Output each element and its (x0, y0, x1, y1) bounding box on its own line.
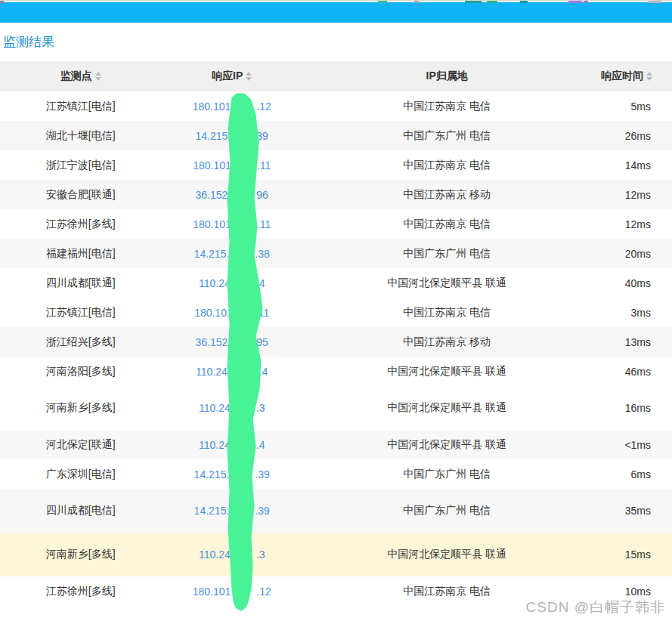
ip-link[interactable]: 36.152.95 (196, 336, 268, 348)
column-header-location: IP归属地 (302, 61, 591, 91)
table-row: 江苏徐州[多线]180.101.12中国江苏南京 电信10ms (0, 576, 672, 606)
ip-link[interactable]: 14.215..39 (194, 468, 270, 480)
response-time-cell: 12ms (591, 209, 672, 239)
monitor-node-cell: 河北保定[联通] (0, 430, 161, 459)
edge-fragment (414, 1, 419, 3)
ip-link[interactable]: 180.101.11 (193, 159, 271, 171)
ip-suffix: .4 (256, 439, 265, 451)
column-header-node[interactable]: 监测点 (0, 61, 161, 91)
monitor-node-cell: 江苏镇江[电信] (0, 298, 161, 327)
response-time-cell: 12ms (591, 180, 672, 209)
sort-icon[interactable] (646, 72, 652, 81)
response-time-cell: 16ms (591, 386, 672, 430)
ip-suffix: 39 (256, 130, 268, 142)
table-row: 浙江宁波[电信]180.101.11中国江苏南京 电信14ms (0, 150, 672, 180)
ip-location-cell: 中国江苏南京 移动 (302, 327, 591, 357)
table-row: 四川成都[电信]14.215..39中国广东广州 电信35ms (0, 489, 672, 533)
ip-location-cell: 中国广东广州 电信 (302, 459, 591, 489)
ip-prefix: 36.152. (196, 336, 231, 348)
monitor-node-cell: 四川成都[联通] (0, 268, 161, 298)
response-ip-cell: 180.101.12 (161, 91, 302, 121)
edge-fragment (465, 1, 482, 3)
response-time-cell: 6ms (591, 459, 672, 489)
ip-link[interactable]: 14.215.39 (196, 130, 268, 142)
ip-suffix: .39 (255, 468, 269, 480)
monitor-node-cell: 江苏镇江[电信] (0, 91, 161, 121)
ip-prefix: 110.24 (199, 402, 231, 414)
ip-prefix: 14.215. (194, 505, 230, 517)
ip-suffix: .11 (257, 218, 271, 230)
table-row: 河南新乡[多线]110.24.3中国河北保定顺平县 联通16ms (0, 386, 672, 430)
table-row: 河南洛阳[多线]110.242.4中国河北保定顺平县 联通46ms (0, 357, 672, 386)
ip-prefix: 14.215. (194, 248, 230, 260)
response-ip-cell: 110.24.4 (161, 430, 302, 459)
ip-link[interactable]: 110.24.3 (199, 548, 265, 561)
ip-link[interactable]: 180.101.11 (193, 218, 271, 230)
ip-prefix: 180.101 (193, 100, 231, 113)
monitor-node-cell: 安徽合肥[联通] (0, 180, 161, 209)
ip-link[interactable]: 180.10111 (194, 307, 269, 319)
response-time-cell: 10ms (591, 576, 672, 606)
ip-suffix: .12 (256, 100, 271, 113)
monitor-node-cell: 福建福州[电信] (0, 239, 161, 268)
ip-link[interactable]: 180.101.12 (193, 100, 271, 113)
monitor-node-cell: 河南洛阳[多线] (0, 357, 161, 386)
ip-suffix: 95 (256, 336, 268, 348)
column-header-time[interactable]: 响应时间 (591, 61, 672, 91)
ip-location-cell: 中国广东广州 电信 (302, 239, 591, 268)
ip-location-cell: 中国江苏南京 移动 (302, 180, 591, 209)
column-header-label: 响应时间 (601, 70, 643, 82)
ip-link[interactable]: 36.152.96 (196, 189, 268, 201)
response-ip-cell: 180.101.11 (161, 150, 302, 180)
edge-fragment (487, 1, 497, 3)
ip-prefix: 110.242 (196, 366, 234, 378)
monitor-node-cell: 河南新乡[多线] (0, 533, 161, 576)
response-ip-cell: 110.24.3 (161, 533, 302, 576)
monitor-node-cell: 四川成都[电信] (0, 489, 161, 533)
ip-suffix: 11 (259, 307, 270, 319)
response-ip-cell: 14.215..39 (161, 489, 302, 533)
ip-link[interactable]: 14.215..38 (194, 248, 270, 260)
ip-link[interactable]: 180.101.12 (193, 585, 271, 598)
ip-suffix: .3 (256, 548, 265, 561)
response-time-cell: 35ms (591, 489, 672, 533)
table-header-row: 监测点响应IPIP归属地响应时间 (0, 61, 672, 91)
response-time-cell: 3ms (591, 298, 672, 327)
table-body: 江苏镇江[电信]180.101.12中国江苏南京 电信5ms湖北十堰[电信]14… (0, 91, 672, 606)
response-ip-cell: 110.24.4 (161, 268, 302, 298)
response-ip-cell: 14.215..38 (161, 239, 302, 268)
column-header-label: 响应IP (212, 70, 243, 82)
ip-location-cell: 中国河北保定顺平县 联通 (302, 533, 591, 576)
table-row: 河南新乡[多线]110.24.3中国河北保定顺平县 联通15ms (0, 533, 672, 576)
table-row: 福建福州[电信]14.215..38中国广东广州 电信20ms (0, 239, 672, 268)
ip-link[interactable]: 110.242.4 (196, 366, 268, 378)
table-row: 江苏徐州[多线]180.101.11中国江苏南京 电信12ms (0, 209, 672, 239)
response-time-cell: 14ms (591, 150, 672, 180)
response-time-cell: 46ms (591, 357, 672, 386)
response-time-cell: 5ms (591, 91, 672, 121)
column-header-ip[interactable]: 响应IP (161, 61, 302, 91)
response-ip-cell: 36.152.96 (161, 180, 302, 209)
ip-location-cell: 中国江苏南京 电信 (302, 209, 591, 239)
ip-link[interactable]: 110.24.4 (199, 277, 265, 289)
ip-location-cell: 中国河北保定顺平县 联通 (302, 357, 591, 386)
column-header-label: 监测点 (60, 70, 92, 82)
ip-link[interactable]: 110.24.3 (199, 402, 265, 414)
sort-icon[interactable] (246, 72, 252, 81)
monitor-node-cell: 江苏徐州[多线] (0, 576, 161, 606)
response-ip-cell: 14.215..39 (161, 459, 302, 489)
ip-suffix: .3 (256, 402, 265, 414)
column-header-label: IP归属地 (426, 70, 468, 82)
monitor-node-cell: 广东深圳[电信] (0, 459, 161, 489)
sort-icon[interactable] (95, 72, 101, 81)
ip-link[interactable]: 14.215..39 (194, 505, 270, 517)
ip-suffix: .38 (255, 248, 269, 260)
edge-fragment (0, 1, 4, 3)
response-ip-cell: 36.152.95 (161, 327, 302, 357)
ip-suffix: .12 (256, 585, 271, 598)
ip-link[interactable]: 110.24.4 (199, 439, 265, 451)
response-ip-cell: 110.242.4 (161, 357, 302, 386)
edge-fragment (584, 1, 588, 3)
ip-suffix: .4 (256, 277, 265, 289)
table-row: 河北保定[联通]110.24.4中国河北保定顺平县 联通<1ms (0, 430, 672, 459)
